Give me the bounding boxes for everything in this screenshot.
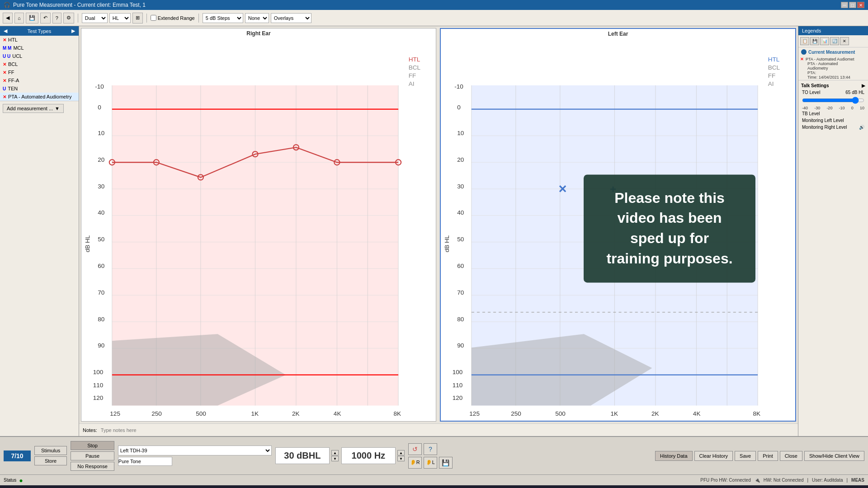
main-toolbar: ◀ ⌂ 💾 ↶ ? ⚙ Dual Single HL SPL ⊞ Extende…	[0, 10, 868, 26]
stop-btn[interactable]: Stop	[71, 441, 114, 450]
taskbar-app-explorer[interactable]: 📁	[461, 486, 477, 488]
toolbar-save-btn[interactable]: 💾	[26, 13, 38, 23]
pure-tone-input[interactable]	[118, 457, 172, 466]
close-btn-bottom[interactable]: Close	[780, 451, 802, 461]
taskbar-app-store[interactable]: 🏪	[478, 486, 495, 488]
no-response-btn[interactable]: No Response	[71, 462, 114, 471]
level-up-btn[interactable]: ▲	[331, 450, 339, 455]
status-sep2: |	[846, 478, 848, 483]
action-ear-right-btn[interactable]: 👂R	[408, 457, 422, 469]
save-btn[interactable]: Save	[735, 451, 756, 461]
svg-text:8K: 8K	[753, 410, 761, 417]
toolbar-home-btn[interactable]: ⌂	[14, 13, 24, 23]
mcl-label: MCL	[13, 45, 24, 51]
taskbar-app-auditdata[interactable]: 🎧	[495, 486, 512, 488]
level-value: 30 dBHL	[284, 450, 321, 460]
show-hide-client-btn[interactable]: Show/Hide Client View	[804, 451, 864, 461]
sidebar: ◀ Test Types ▶ ✕ HTL M M MCL U U UCL ✕ B…	[0, 26, 79, 436]
svg-text:2K: 2K	[292, 410, 300, 417]
pause-btn[interactable]: Pause	[71, 451, 114, 460]
legends-header: Legends	[798, 26, 868, 35]
legend-tool4[interactable]: 🔄	[830, 37, 839, 45]
svg-text:0: 0	[98, 104, 101, 111]
sidebar-item-mcl[interactable]: M M MCL	[0, 44, 79, 52]
legend-tool3[interactable]: 📊	[820, 37, 829, 45]
taskbar-app-browser[interactable]: 🌐	[444, 486, 460, 488]
maximize-btn[interactable]: □	[849, 2, 856, 8]
notes-input[interactable]	[101, 427, 794, 433]
left-legend-ai: AI	[768, 80, 774, 87]
stop-pause-group: Stop Pause No Response	[71, 441, 114, 471]
left-ear-title: Left Ear	[441, 29, 795, 39]
level-arrows: ▲ ▼	[331, 450, 339, 461]
print-btn[interactable]: Print	[758, 451, 778, 461]
talk-settings-header: Talk Settings ▶	[800, 82, 866, 89]
close-btn[interactable]: ✕	[857, 2, 864, 8]
svg-text:110: 110	[93, 382, 104, 389]
left-legend-htl: HTL	[768, 56, 780, 63]
ucl-icon-u: U U	[3, 54, 10, 59]
dual-select[interactable]: Dual Single	[82, 13, 108, 23]
sidebar-item-htl[interactable]: ✕ HTL	[0, 36, 79, 44]
sidebar-item-ten[interactable]: U TEN	[0, 84, 79, 93]
svg-text:40: 40	[457, 209, 464, 216]
action-save-btn[interactable]: 💾	[439, 457, 453, 469]
sidebar-item-bcl[interactable]: ✕ BCL	[0, 60, 79, 68]
sidebar-item-ff[interactable]: ✕ FF	[0, 68, 79, 76]
status-label: Status	[4, 478, 16, 483]
sidebar-item-ucl[interactable]: U U UCL	[0, 52, 79, 60]
pta-x-icon: ✕	[800, 57, 804, 61]
freq-down-btn[interactable]: ▼	[397, 456, 405, 461]
action-help-btn[interactable]: ?	[424, 443, 437, 455]
action-ear-left-btn[interactable]: 👂L	[424, 457, 437, 469]
toolbar-grid-btn[interactable]: ⊞	[132, 13, 143, 23]
taskbar-app-files[interactable]: 🗂️	[427, 486, 443, 488]
toolbar-help-btn[interactable]: ?	[52, 13, 61, 23]
notes-bar: Notes:	[79, 423, 798, 436]
overlays-select[interactable]: Overlays	[271, 13, 311, 23]
status-right: PFU Pro HW: Connected 🔌 HW: Not Connecte…	[700, 478, 864, 483]
left-ear-chart[interactable]: Left Ear Please note this video has been…	[440, 28, 796, 422]
right-ear-title: Right Ear	[81, 28, 436, 38]
legend-tool1[interactable]: 📋	[800, 37, 809, 45]
toolbar-back-btn[interactable]: ◀	[3, 13, 13, 23]
toolbar-config-btn[interactable]: ⚙	[63, 13, 74, 23]
extended-range-check[interactable]: Extended Range	[151, 15, 195, 21]
minimize-btn[interactable]: ─	[841, 2, 848, 8]
charts-row: Right Ear HTL BCL FF AI -10 0 10 20 30	[79, 26, 798, 423]
add-measurement-btn[interactable]: Add measurement ... ▼	[3, 104, 64, 113]
window-controls[interactable]: ─ □ ✕	[841, 2, 864, 8]
stimulus-btn[interactable]: Stimulus	[34, 446, 67, 455]
svg-text:80: 80	[457, 316, 464, 323]
app-icon: 🎧	[4, 2, 10, 8]
svg-text:120: 120	[453, 394, 463, 401]
notes-label: Notes:	[83, 427, 97, 433]
step-select[interactable]: 5 dB Steps 10 dB Steps	[203, 13, 243, 23]
hl-select[interactable]: HL SPL	[109, 13, 131, 23]
sidebar-nav-left[interactable]: ◀	[4, 28, 7, 34]
store-btn[interactable]: Store	[34, 456, 67, 465]
clear-history-btn[interactable]: Clear History	[694, 451, 733, 461]
svg-text:60: 60	[98, 263, 104, 269]
legend-tool2[interactable]: 💾	[810, 37, 819, 45]
ucl-label: UCL	[12, 53, 22, 59]
sidebar-item-ffa[interactable]: ✕ FF-A	[0, 76, 79, 84]
legend-tool5[interactable]: ✕	[840, 37, 849, 45]
extended-range-checkbox[interactable]	[151, 15, 156, 21]
freq-up-btn[interactable]: ▲	[397, 450, 405, 455]
action-refresh-btn[interactable]: ↺	[408, 443, 422, 455]
toolbar-undo-btn[interactable]: ↶	[40, 13, 51, 23]
none-select[interactable]: None	[245, 13, 269, 23]
svg-text:110: 110	[453, 382, 463, 389]
level-down-btn[interactable]: ▼	[331, 456, 339, 461]
right-ear-chart[interactable]: Right Ear HTL BCL FF AI -10 0 10 20 30	[81, 28, 436, 422]
sidebar-nav-right[interactable]: ▶	[71, 28, 75, 34]
to-level-slider[interactable]	[802, 97, 864, 104]
device-select[interactable]: Left TDH-39 Right TDH-39	[118, 446, 272, 455]
svg-text:30: 30	[457, 183, 464, 190]
sidebar-item-pta[interactable]: ✕ PTA - Automated Audiometry	[0, 93, 79, 101]
history-data-btn[interactable]: History Data	[655, 451, 693, 461]
talk-settings-arrow[interactable]: ▶	[862, 83, 865, 88]
svg-text:80: 80	[98, 316, 104, 323]
svg-text:1K: 1K	[251, 410, 259, 417]
